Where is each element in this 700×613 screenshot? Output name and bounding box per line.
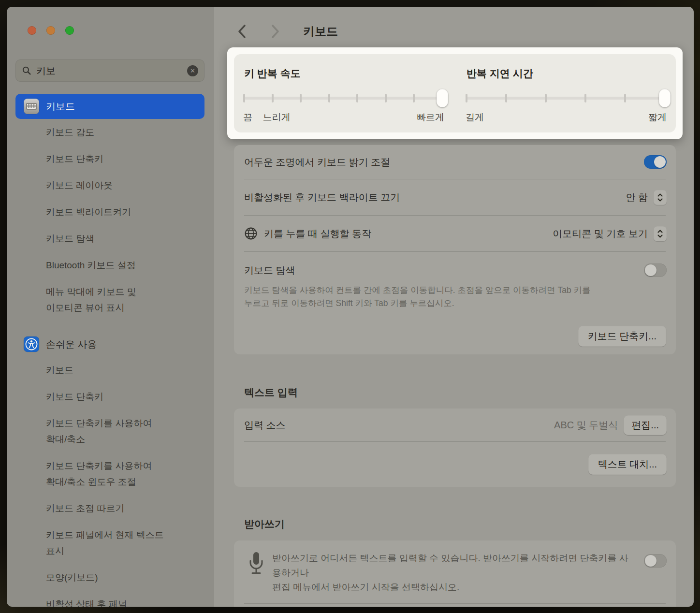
repeat-delay-slider[interactable] (467, 89, 665, 107)
text-replacements-button[interactable]: 텍스트 대치... (588, 454, 667, 475)
slider-tick (466, 94, 467, 102)
slider-thumb[interactable] (659, 89, 671, 107)
text-input-card: 입력 소스 ABC 및 두벌식 편집... 텍스트 대치... (234, 409, 676, 487)
slider-tick (272, 94, 274, 102)
backlight-off-label: 비활성화된 후 키보드 백라이트 끄기 (244, 191, 400, 204)
dictation-card: 받아쓰기로 어디서든 텍스트를 입력할 수 있습니다. 받아쓰기를 시작하려면 … (234, 540, 676, 607)
slider-label-long: 길게 (466, 111, 484, 124)
sidebar-item[interactable]: 키보드 백라이트켜기 (15, 199, 204, 225)
main-panel: 키보드 키 반복 속도 끔 느리게 빠르게 반복 지연 시간 (214, 7, 694, 607)
globe-key-action-value: 이모티콘 및 기호 보기 (553, 227, 648, 240)
backlight-off-row: 비활성화된 후 키보드 백라이트 끄기 안 함 (234, 179, 676, 215)
globe-key-action-row: 키를 누를 때 실행할 동작 이모티콘 및 기호 보기 (234, 216, 676, 251)
globe-key-action-label: 키를 누를 때 실행할 동작 (264, 227, 371, 240)
repeat-delay-scale-labels: 길게 짧게 (467, 111, 665, 124)
backlight-off-value: 안 함 (626, 191, 648, 204)
sidebar-item[interactable]: 키보드 (15, 357, 204, 383)
sidebar-item[interactable]: 키보드 초점 따르기 (15, 495, 204, 522)
input-source-edit-button[interactable]: 편집... (624, 415, 667, 435)
key-repeat-scale-labels: 끔 느리게 빠르게 (244, 111, 442, 124)
sidebar-group-accessibility[interactable]: 손쉬운 사용 (15, 332, 204, 357)
dictation-section-title: 받아쓰기 (244, 517, 285, 531)
keyboard-icon (23, 98, 40, 115)
key-repeat-rate-label: 키 반복 속도 (244, 67, 301, 80)
page-title: 키보드 (303, 24, 338, 39)
toggle-knob (654, 156, 666, 168)
highlight-overlay: 키 반복 속도 끔 느리게 빠르게 반복 지연 시간 (227, 47, 683, 139)
sidebar-item[interactable]: 키보드 단축키를 사용하여 확대/축소 (15, 410, 204, 452)
slider-label-fast: 빠르게 (417, 111, 444, 124)
zoom-window-button[interactable] (65, 26, 74, 35)
keyboard-brightness-label: 어두운 조명에서 키보드 밝기 조절 (244, 156, 390, 169)
input-source-value: ABC 및 두벌식 (554, 419, 618, 432)
keyboard-shortcuts-button[interactable]: 키보드 단축키... (578, 326, 666, 347)
globe-key-action-select[interactable] (654, 226, 667, 241)
slider-tick (505, 94, 507, 102)
slider-tick (385, 94, 387, 102)
sidebar-item[interactable]: 키보드 감도 (15, 119, 204, 146)
search-input[interactable]: 키보 (36, 64, 182, 77)
slider-tick (328, 94, 330, 102)
sidebar-item[interactable]: 메뉴 막대에 키보드 및 이모티콘 뷰어 표시 (15, 278, 204, 321)
close-window-button[interactable] (28, 26, 36, 35)
text-input-section-title: 텍스트 입력 (244, 386, 298, 399)
sidebar-item[interactable]: 키보드 단축키 (15, 146, 204, 172)
key-repeat-card: 키 반복 속도 끔 느리게 빠르게 반복 지연 시간 (234, 54, 676, 132)
sidebar-item[interactable]: 키보드 단축키 (15, 383, 204, 410)
slider-track[interactable] (467, 97, 665, 100)
backlight-off-select[interactable] (654, 190, 667, 205)
sidebar-item[interactable]: 모양(키보드) (15, 564, 204, 591)
forward-button[interactable] (267, 23, 284, 40)
keyboard-navigation-row: 키보드 탐색 키보드 탐색을 사용하여 컨트롤 간에 초점을 이동합니다. 초점… (234, 252, 676, 310)
slider-tick (413, 94, 415, 102)
slider-tick (300, 94, 302, 102)
sidebar: 키보 ✕ 키보드키보드 감도키보드 단축키키보드 레이아웃키보드 백라이트켜기키… (7, 7, 214, 607)
globe-icon (244, 227, 258, 240)
slider-tick (243, 94, 245, 102)
slider-tick (356, 94, 358, 102)
keyboard-brightness-toggle[interactable] (644, 155, 667, 169)
input-source-row: 입력 소스 ABC 및 두벌식 편집... (234, 409, 676, 441)
sidebar-search-results: 키보드키보드 감도키보드 단축키키보드 레이아웃키보드 백라이트켜기키보드 탐색… (15, 94, 204, 607)
microphone-icon (249, 551, 263, 576)
sidebar-item[interactable]: 키보드 단축키를 사용하여 확대/축소 윈도우 조절 (15, 452, 204, 495)
keyboard-navigation-label: 키보드 탐색 (244, 264, 295, 277)
slider-tick (584, 94, 586, 102)
minimize-window-button[interactable] (46, 26, 55, 35)
dictation-language-row: 언어 한국어(대한민국) 편집... (234, 604, 676, 607)
repeat-delay-label: 반복 지연 시간 (467, 67, 533, 80)
slider-tick (624, 94, 626, 102)
slider-tick (545, 94, 547, 102)
input-source-label: 입력 소스 (244, 419, 286, 432)
slider-label-short: 짧게 (648, 111, 667, 124)
repeat-delay-column: 반복 지연 시간 길게 짧게 (467, 54, 669, 132)
dictation-toggle[interactable] (644, 554, 667, 568)
clear-search-icon[interactable]: ✕ (187, 65, 198, 76)
sidebar-item[interactable]: 비활성 상태 후 패널 (15, 591, 204, 607)
sidebar-item[interactable]: 키보드 패널에서 현재 텍스트 표시 (15, 522, 204, 564)
window-controls (28, 26, 74, 35)
sidebar-group-keyboard[interactable]: 키보드 (15, 94, 204, 119)
sidebar-item[interactable]: 키보드 탐색 (15, 225, 204, 252)
slider-label-off: 끔 (243, 111, 252, 124)
back-button[interactable] (233, 23, 250, 40)
slider-thumb[interactable] (437, 89, 448, 107)
keyboard-navigation-toggle[interactable] (644, 263, 667, 277)
key-repeat-rate-slider[interactable] (244, 89, 442, 107)
text-replacement-row: 텍스트 대치... (234, 442, 676, 486)
keyboard-settings-card: 어두운 조명에서 키보드 밝기 조절 비활성화된 후 키보드 백라이트 끄기 안… (234, 145, 676, 354)
dictation-description: 받아쓰기로 어디서든 텍스트를 입력할 수 있습니다. 받아쓰기를 시작하려면 … (272, 551, 635, 595)
keyboard-navigation-description: 키보드 탐색을 사용하여 컨트롤 간에 초점을 이동합니다. 초점을 앞으로 이… (244, 284, 667, 310)
sidebar-group-label: 키보드 (46, 100, 75, 113)
sidebar-group-label: 손쉬운 사용 (46, 338, 97, 351)
system-settings-window: 키보 ✕ 키보드키보드 감도키보드 단축키키보드 레이아웃키보드 백라이트켜기키… (7, 7, 694, 607)
toggle-knob (645, 264, 656, 276)
slider-label-slow: 느리게 (263, 111, 291, 124)
key-repeat-column: 키 반복 속도 끔 느리게 빠르게 (244, 54, 446, 132)
accessibility-icon (23, 336, 40, 352)
search-field[interactable]: 키보 ✕ (15, 59, 204, 82)
sidebar-item[interactable]: Bluetooth 키보드 설정 (15, 252, 204, 278)
sidebar-item[interactable]: 키보드 레이아웃 (15, 172, 204, 199)
dictation-row: 받아쓰기로 어디서든 텍스트를 입력할 수 있습니다. 받아쓰기를 시작하려면 … (234, 540, 676, 595)
toggle-knob (645, 555, 656, 567)
